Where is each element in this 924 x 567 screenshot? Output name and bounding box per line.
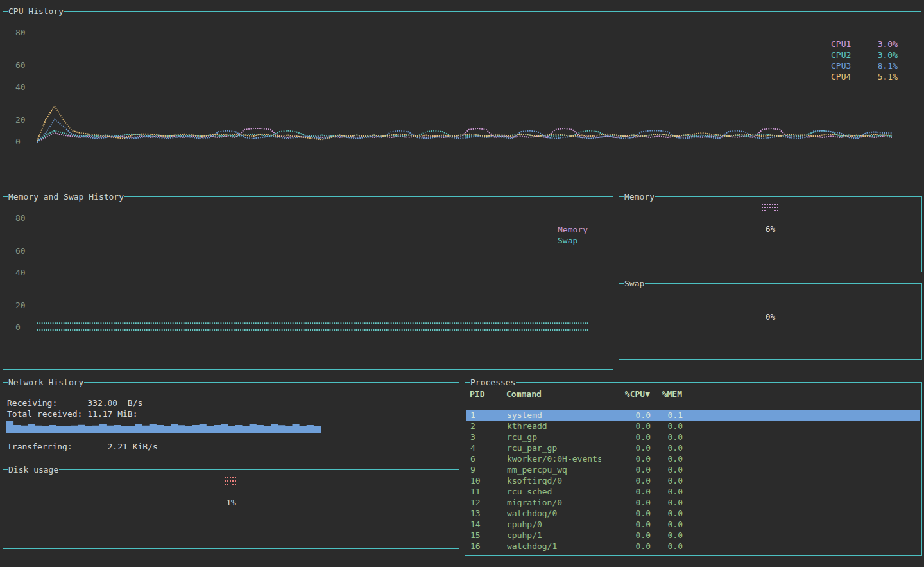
cpu-history-panel: CPU History 806040200 CPU13.0%CPU23.0%CP… <box>3 11 921 186</box>
process-pid: 9 <box>470 464 504 475</box>
process-row[interactable]: 1systemd0.00.1 <box>466 410 920 421</box>
process-command: kthreadd <box>507 421 601 432</box>
network-history-title: Network History <box>8 378 84 387</box>
process-mem: 0.0 <box>653 475 683 486</box>
system-monitor-screen: CPU History 806040200 CPU13.0%CPU23.0%CP… <box>0 0 924 567</box>
memory-swap-legend: MemorySwap <box>558 224 588 246</box>
process-mem: 0.0 <box>653 464 683 475</box>
legend-label: CPU1 <box>831 39 851 49</box>
process-pid: 12 <box>470 497 504 508</box>
memory-gauge-panel: Memory 6% <box>619 196 922 272</box>
process-row[interactable]: 6kworker/0:0H-events_high0.00.0 <box>466 453 920 464</box>
process-pid: 10 <box>470 475 504 486</box>
series-cpu4 <box>37 106 892 141</box>
process-mem: 0.0 <box>653 519 683 530</box>
process-cpu: 0.0 <box>602 541 651 552</box>
process-command: watchdog/0 <box>507 508 601 519</box>
network-total-received-text: Total received: 11.17 MiB: <box>7 410 138 419</box>
legend-item-cpu4: CPU45.1% <box>831 71 898 82</box>
process-row[interactable]: 2kthreadd0.00.0 <box>466 421 920 432</box>
process-mem: 0.0 <box>653 497 683 508</box>
disk-usage-panel: Disk usage 1% <box>3 469 459 549</box>
process-pid: 16 <box>470 541 504 552</box>
process-row[interactable]: 11rcu_sched0.00.0 <box>466 486 920 497</box>
process-command: ksoftirqd/0 <box>507 475 601 486</box>
process-row[interactable]: 12migration/00.00.0 <box>466 497 920 508</box>
process-table-header: PIDCommand%CPU▼%MEM <box>465 388 921 399</box>
process-row[interactable]: 15cpuhp/10.00.0 <box>466 530 920 541</box>
process-command: rcu_gp <box>507 432 601 442</box>
process-pid: 1 <box>470 410 504 421</box>
command-column-header[interactable]: Command <box>506 388 600 399</box>
process-pid: 2 <box>470 421 504 432</box>
process-cpu: 0.0 <box>602 508 651 519</box>
process-cpu: 0.0 <box>602 432 651 442</box>
process-row[interactable]: 14cpuhp/00.00.0 <box>466 519 920 530</box>
process-command: rcu_sched <box>507 486 601 497</box>
legend-value: 8.1% <box>878 60 898 71</box>
memory-gauge-icon <box>762 204 780 213</box>
swap-gauge-panel: Swap 0% <box>619 283 922 360</box>
process-command: mm_percpu_wq <box>507 464 601 475</box>
legend-value: 3.0% <box>878 39 898 49</box>
legend-item-cpu3: CPU38.1% <box>831 60 898 71</box>
process-cpu: 0.0 <box>602 464 651 475</box>
process-pid: 13 <box>470 508 504 519</box>
process-row[interactable]: 13watchdog/00.00.0 <box>466 508 920 519</box>
disk-usage-title: Disk usage <box>8 465 59 475</box>
legend-label: Memory <box>558 224 588 235</box>
process-command: watchdog/1 <box>507 541 601 552</box>
pid-column-header[interactable]: PID <box>470 388 503 399</box>
process-mem: 0.1 <box>653 410 683 421</box>
process-row[interactable]: 9mm_percpu_wq0.00.0 <box>466 464 920 475</box>
process-row[interactable]: 10ksoftirqd/00.00.0 <box>466 475 920 486</box>
memory-percent-value: 6% <box>619 225 921 234</box>
memory-swap-history-panel: Memory and Swap History 806040200 Memory… <box>3 196 613 370</box>
network-receive-area <box>6 421 321 433</box>
process-cpu: 0.0 <box>602 421 651 432</box>
network-transferring-text: Transferring: 2.21 KiB/s <box>7 442 158 451</box>
processes-title: Processes <box>470 378 516 387</box>
process-mem: 0.0 <box>653 453 683 464</box>
process-mem: 0.0 <box>653 508 683 519</box>
process-cpu: 0.0 <box>602 519 651 530</box>
process-pid: 3 <box>470 432 504 442</box>
legend-item-cpu1: CPU13.0% <box>831 39 898 49</box>
process-command: cpuhp/1 <box>507 530 601 541</box>
process-cpu: 0.0 <box>602 486 651 497</box>
cpu-legend: CPU13.0%CPU23.0%CPU38.1%CPU45.1% <box>831 39 898 82</box>
cpu-sort-column-header[interactable]: %CPU▼ <box>601 388 650 399</box>
process-row[interactable]: 4rcu_par_gp0.00.0 <box>466 442 920 453</box>
process-cpu: 0.0 <box>602 453 651 464</box>
swap-gauge-title: Swap <box>624 279 645 288</box>
process-mem: 0.0 <box>653 442 683 453</box>
series-cpu3 <box>37 119 892 142</box>
process-cpu: 0.0 <box>602 442 651 453</box>
process-command: cpuhp/0 <box>507 519 601 530</box>
process-command: migration/0 <box>507 497 601 508</box>
process-mem: 0.0 <box>653 486 683 497</box>
process-pid: 6 <box>470 453 504 464</box>
process-mem: 0.0 <box>653 421 683 432</box>
process-row[interactable]: 3rcu_gp0.00.0 <box>466 432 920 442</box>
network-receiving-text: Receiving: 332.00 B/s <box>7 399 142 408</box>
cpu-history-chart <box>3 12 921 186</box>
mem-column-header[interactable]: %MEM <box>653 388 682 399</box>
process-pid: 14 <box>470 519 504 530</box>
process-pid: 15 <box>470 530 504 541</box>
disk-percent-value: 1% <box>3 498 459 507</box>
process-mem: 0.0 <box>653 432 683 442</box>
memory-swap-history-chart <box>3 197 613 369</box>
process-command: systemd <box>507 410 601 421</box>
network-history-panel: Network History Receiving: 332.00 B/s To… <box>3 382 459 460</box>
process-cpu: 0.0 <box>602 530 651 541</box>
process-row[interactable]: 16watchdog/10.00.0 <box>466 541 920 552</box>
process-cpu: 0.0 <box>602 475 651 486</box>
series-cpu1 <box>37 128 892 142</box>
process-pid: 11 <box>470 486 504 497</box>
processes-panel: Processes PIDCommand%CPU▼%MEM 1systemd0.… <box>465 382 922 556</box>
legend-label: CPU4 <box>831 71 851 82</box>
process-mem: 0.0 <box>653 530 683 541</box>
process-cpu: 0.0 <box>602 410 651 421</box>
process-command: rcu_par_gp <box>507 442 601 453</box>
